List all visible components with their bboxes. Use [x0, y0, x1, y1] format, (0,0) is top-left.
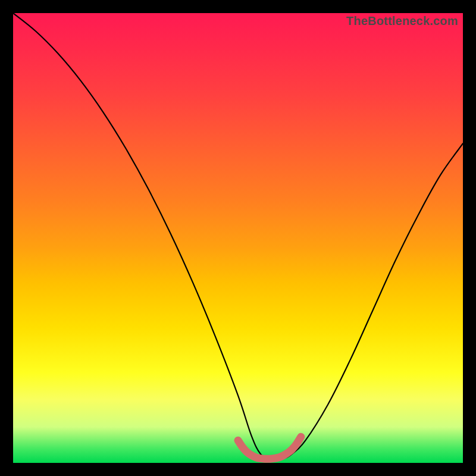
- chart-container: TheBottleneck.com: [0, 0, 476, 476]
- optimal-zone-marker: [238, 437, 301, 459]
- chart-svg: [13, 13, 463, 463]
- plot-area: TheBottleneck.com: [13, 13, 463, 463]
- bottleneck-curve: [13, 13, 463, 459]
- watermark-text: TheBottleneck.com: [346, 14, 458, 28]
